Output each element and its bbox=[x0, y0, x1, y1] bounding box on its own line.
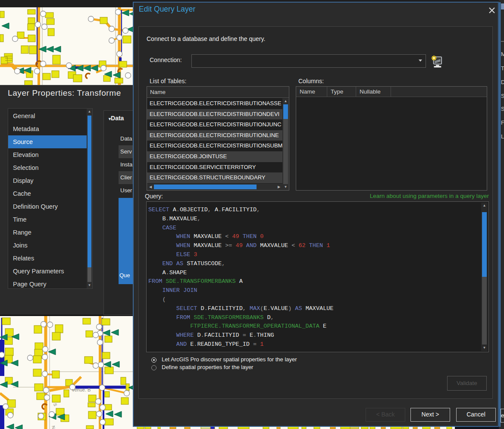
svg-text:venue. B: venue. B bbox=[72, 387, 91, 392]
